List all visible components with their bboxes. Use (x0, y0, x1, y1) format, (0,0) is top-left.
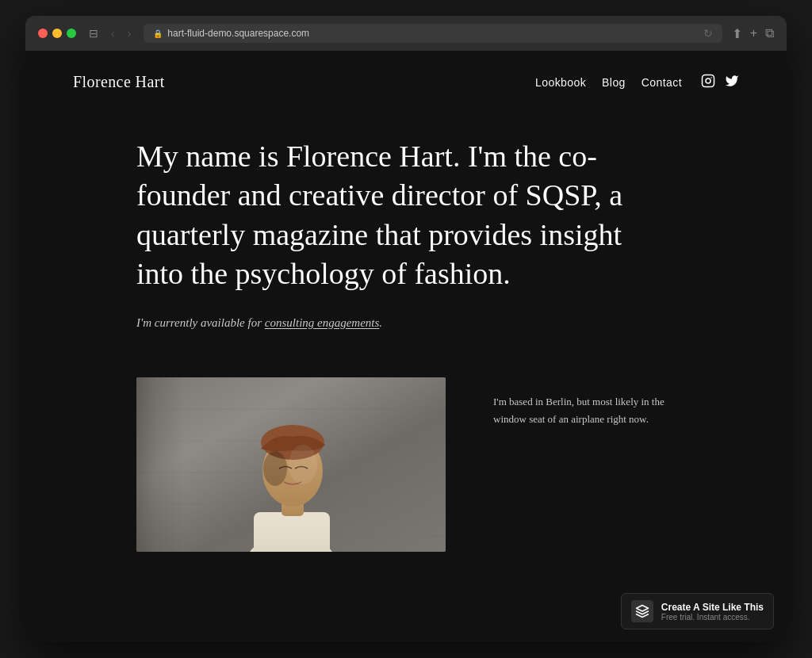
nav-social (701, 74, 739, 91)
svg-point-2 (710, 77, 712, 78)
hero-subtitle: I'm currently available for consulting e… (136, 316, 739, 330)
twitter-icon[interactable] (725, 74, 739, 90)
browser-actions: ⬆ + ⧉ (732, 26, 774, 41)
hero-title: My name is Florence Hart. I'm the co-fou… (136, 137, 676, 294)
nav-item-blog[interactable]: Blog (602, 75, 626, 90)
svg-rect-9 (136, 377, 184, 552)
svg-point-1 (706, 78, 710, 83)
browser-window: ⊟ ‹ › 🔒 hart-fluid-demo.squarespace.com … (25, 16, 787, 642)
duplicate-tab-icon[interactable]: ⧉ (765, 26, 774, 40)
nav-item-contact[interactable]: Contact (642, 75, 682, 90)
sidebar-text: I'm based in Berlin, but most likely in … (493, 377, 668, 428)
hero-subtitle-prefix: I'm currently available for (136, 316, 265, 329)
svg-rect-11 (254, 512, 330, 552)
squarespace-badge-icon (631, 600, 653, 622)
hero-subtitle-suffix: . (379, 316, 382, 329)
squarespace-badge[interactable]: Create A Site Like This Free trial. Inst… (621, 593, 774, 629)
nav-right: Lookbook Blog Contact (535, 74, 739, 91)
traffic-lights (38, 29, 76, 38)
nav-link-contact[interactable]: Contact (642, 76, 682, 89)
lock-icon: 🔒 (153, 29, 163, 38)
squarespace-badge-text: Create A Site Like This Free trial. Inst… (661, 602, 764, 622)
window-control-icon[interactable]: ⊟ (86, 25, 102, 41)
website-wrapper: Florence Hart Lookbook Blog Contact (25, 51, 787, 642)
nav-link-blog[interactable]: Blog (602, 76, 626, 89)
nav-links: Lookbook Blog Contact (535, 75, 682, 90)
hero-section: My name is Florence Hart. I'm the co-fou… (25, 113, 787, 362)
sidebar-description: I'm based in Berlin, but most likely in … (493, 393, 668, 428)
site-logo[interactable]: Florence Hart (73, 73, 165, 91)
svg-rect-0 (703, 75, 714, 86)
instagram-icon[interactable] (701, 74, 715, 91)
browser-chrome: ⊟ ‹ › 🔒 hart-fluid-demo.squarespace.com … (25, 16, 787, 51)
badge-title: Create A Site Like This (661, 602, 764, 613)
badge-subtitle: Free trial. Instant access. (661, 613, 764, 622)
browser-nav-controls: ⊟ ‹ › (86, 25, 134, 41)
address-bar[interactable]: 🔒 hart-fluid-demo.squarespace.com ↻ (144, 24, 722, 43)
url-text: hart-fluid-demo.squarespace.com (167, 28, 309, 39)
website-content: Florence Hart Lookbook Blog Contact (25, 51, 787, 642)
minimize-button[interactable] (52, 29, 62, 38)
forward-button[interactable]: › (124, 25, 135, 41)
nav-item-lookbook[interactable]: Lookbook (535, 75, 586, 90)
svg-point-16 (263, 451, 287, 486)
site-nav: Florence Hart Lookbook Blog Contact (25, 51, 787, 113)
consulting-link[interactable]: consulting engagements (265, 316, 380, 329)
svg-point-15 (289, 445, 317, 484)
nav-link-lookbook[interactable]: Lookbook (535, 76, 586, 89)
profile-photo (136, 377, 446, 552)
refresh-icon[interactable]: ↻ (703, 27, 713, 40)
close-button[interactable] (38, 29, 48, 38)
new-tab-icon[interactable]: + (750, 26, 757, 40)
back-button[interactable]: ‹ (108, 25, 118, 41)
maximize-button[interactable] (67, 29, 76, 38)
share-icon[interactable]: ⬆ (732, 26, 742, 41)
